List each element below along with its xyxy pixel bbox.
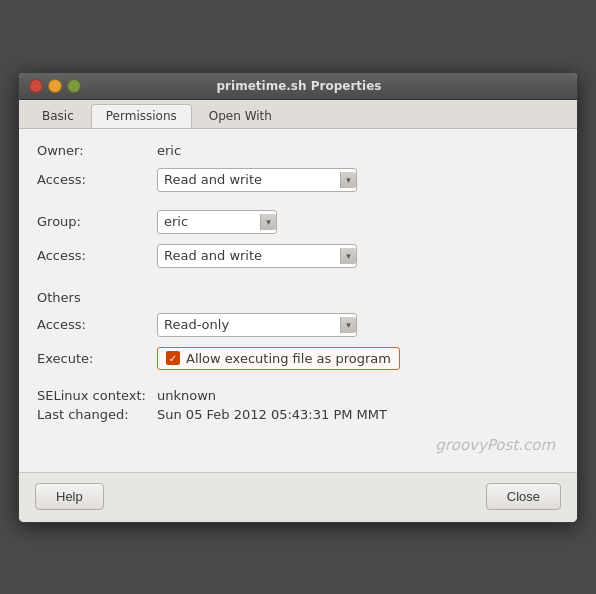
owner-access-dropdown[interactable]: Read and write ▾ <box>157 168 357 192</box>
titlebar: primetime.sh Properties <box>19 73 577 100</box>
execute-checkbox-wrapper[interactable]: ✓ Allow executing file as program <box>157 347 400 370</box>
owner-access-label: Access: <box>37 172 157 187</box>
last-changed-label: Last changed: <box>37 407 157 422</box>
button-bar: Help Close <box>19 472 577 522</box>
checkbox-icon: ✓ <box>166 351 180 365</box>
minimize-button[interactable] <box>48 79 62 93</box>
owner-access-arrow: ▾ <box>340 172 356 188</box>
tab-basic[interactable]: Basic <box>27 104 89 128</box>
others-access-value: Read-only <box>164 317 334 332</box>
selinux-label: SELinux context: <box>37 388 157 403</box>
selinux-value: unknown <box>157 388 216 403</box>
owner-row: Owner: eric <box>37 143 559 158</box>
help-button[interactable]: Help <box>35 483 104 510</box>
tab-permissions[interactable]: Permissions <box>91 104 192 128</box>
owner-value: eric <box>157 143 181 158</box>
permissions-content: Owner: eric Access: Read and write ▾ Gro… <box>19 129 577 472</box>
owner-access-row: Access: Read and write ▾ <box>37 168 559 192</box>
chevron-down-icon: ▾ <box>346 251 351 261</box>
properties-window: primetime.sh Properties Basic Permission… <box>18 72 578 523</box>
group-row: Group: eric ▾ <box>37 210 559 234</box>
others-header: Others <box>37 290 559 305</box>
group-label: Group: <box>37 214 157 229</box>
watermark: groovyPost.com <box>37 426 559 458</box>
group-access-label: Access: <box>37 248 157 263</box>
owner-label: Owner: <box>37 143 157 158</box>
group-access-value: Read and write <box>164 248 334 263</box>
execute-row: Execute: ✓ Allow executing file as progr… <box>37 347 559 370</box>
last-changed-row: Last changed: Sun 05 Feb 2012 05:43:31 P… <box>37 407 559 422</box>
last-changed-value: Sun 05 Feb 2012 05:43:31 PM MMT <box>157 407 387 422</box>
chevron-down-icon: ▾ <box>266 217 271 227</box>
chevron-down-icon: ▾ <box>346 320 351 330</box>
tab-open-with[interactable]: Open With <box>194 104 287 128</box>
close-window-button[interactable] <box>29 79 43 93</box>
group-access-dropdown[interactable]: Read and write ▾ <box>157 244 357 268</box>
owner-access-value: Read and write <box>164 172 334 187</box>
others-access-dropdown[interactable]: Read-only ▾ <box>157 313 357 337</box>
execute-checkbox-label: Allow executing file as program <box>186 351 391 366</box>
window-controls <box>29 79 81 93</box>
others-access-label: Access: <box>37 317 157 332</box>
close-button[interactable]: Close <box>486 483 561 510</box>
maximize-button[interactable] <box>67 79 81 93</box>
tab-bar: Basic Permissions Open With <box>19 100 577 129</box>
group-dropdown[interactable]: eric ▾ <box>157 210 277 234</box>
group-arrow: ▾ <box>260 214 276 230</box>
others-access-arrow: ▾ <box>340 317 356 333</box>
execute-label: Execute: <box>37 351 157 366</box>
chevron-down-icon: ▾ <box>346 175 351 185</box>
others-access-row: Access: Read-only ▾ <box>37 313 559 337</box>
group-access-row: Access: Read and write ▾ <box>37 244 559 268</box>
group-value: eric <box>164 214 254 229</box>
window-title: primetime.sh Properties <box>87 79 511 93</box>
selinux-row: SELinux context: unknown <box>37 388 559 403</box>
group-access-arrow: ▾ <box>340 248 356 264</box>
